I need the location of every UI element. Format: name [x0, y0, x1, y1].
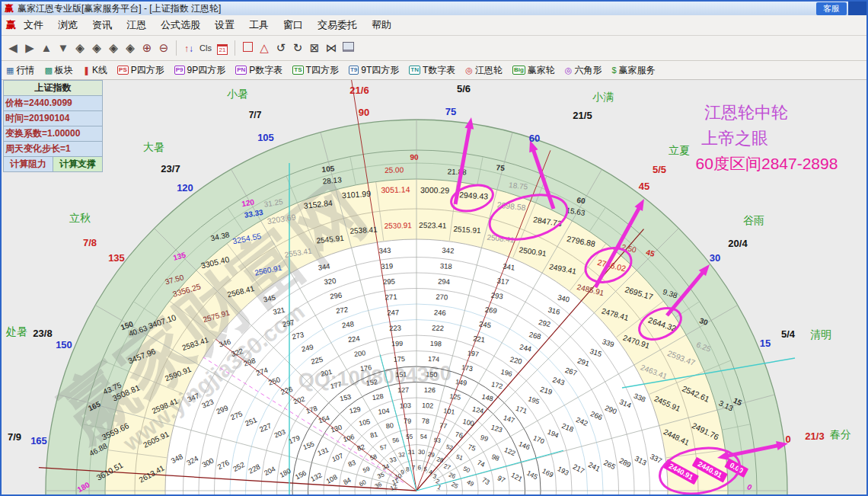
svg-text:21/6: 21/6	[349, 85, 369, 96]
diamond-down-icon[interactable]: ◈	[122, 38, 139, 58]
svg-text:21.88: 21.88	[447, 167, 467, 176]
svg-text:343: 343	[378, 246, 391, 255]
menu-item-7[interactable]: 窗口	[283, 18, 303, 32]
svg-text:224: 224	[347, 334, 360, 344]
zoom-out-icon[interactable]: ⊖	[155, 38, 172, 58]
svg-text:151: 151	[395, 370, 407, 379]
svg-text:3101.99: 3101.99	[342, 189, 372, 200]
svg-text:2523.41: 2523.41	[419, 221, 447, 230]
rotate-cw-icon[interactable]: ↻	[289, 38, 306, 58]
svg-text:谷雨: 谷雨	[743, 214, 764, 226]
tool-kline-icon: ❚	[83, 66, 90, 75]
svg-text:152: 152	[365, 378, 378, 387]
svg-text:5/4: 5/4	[781, 328, 796, 340]
svg-text:296: 296	[330, 291, 343, 301]
function-toolbar: ▦行情▩板块❚K线PSP四方形P99P四方形PNP数字表TST四方形T99T四方…	[2, 61, 866, 80]
diamond-right-icon[interactable]: ◈	[88, 38, 105, 58]
tool-hexagon-icon: ◎	[565, 66, 573, 75]
tool-hexagon-label: 六角形	[574, 64, 602, 77]
diamond-left-icon[interactable]: ◈	[72, 38, 88, 58]
svg-text:5/5: 5/5	[653, 164, 666, 175]
svg-text:60: 60	[529, 133, 540, 144]
coefficient-row: 变换系数=1.00000	[4, 126, 102, 142]
tool-sectors[interactable]: ▩板块	[44, 64, 72, 77]
menu-item-4[interactable]: 公式选股	[161, 18, 200, 32]
svg-text:102: 102	[422, 402, 433, 410]
menu-item-6[interactable]: 工具	[249, 18, 269, 32]
calendar-icon[interactable]: 21	[214, 38, 231, 58]
menu-item-5[interactable]: 设置	[215, 18, 235, 32]
svg-text:75: 75	[445, 106, 456, 117]
tool-winner-service[interactable]: $赢家服务	[611, 64, 655, 77]
cls-button[interactable]: Cls	[197, 38, 214, 58]
tool-9p-square[interactable]: P99P四方形	[174, 64, 225, 77]
svg-text:105: 105	[257, 132, 274, 143]
svg-text:197: 197	[467, 349, 479, 358]
menu-item-3[interactable]: 江恩	[126, 18, 146, 32]
svg-text:60: 60	[576, 196, 586, 206]
svg-text:248: 248	[341, 319, 354, 329]
nav-down-icon[interactable]: ▼	[55, 38, 72, 58]
svg-text:21/3: 21/3	[805, 430, 824, 442]
svg-text:79: 79	[404, 417, 411, 424]
triangle-tool-icon[interactable]: △	[256, 38, 273, 58]
screen-icon[interactable]	[340, 38, 356, 58]
window-title: 赢家江恩专业版[赢家服务平台] - [上证指数 江恩轮]	[18, 2, 221, 15]
svg-text:80: 80	[385, 421, 394, 430]
nav-right-icon[interactable]: ▶	[21, 38, 38, 58]
svg-text:21/5: 21/5	[573, 110, 592, 121]
menu-item-8[interactable]: 交易委托	[318, 18, 357, 32]
svg-text:76: 76	[455, 430, 464, 440]
svg-text:23/7: 23/7	[161, 163, 180, 174]
svg-text:3000.29: 3000.29	[420, 185, 449, 195]
menu-item-0[interactable]: 文件	[24, 18, 43, 32]
svg-text:25.00: 25.00	[385, 165, 404, 174]
svg-text:2515.91: 2515.91	[453, 225, 481, 235]
tool-kline[interactable]: ❚K线	[83, 64, 107, 77]
tool-9t-square[interactable]: T99T四方形	[349, 64, 399, 77]
svg-text:247: 247	[387, 308, 399, 317]
tool-gann-wheel[interactable]: ◎江恩轮	[465, 64, 503, 77]
nav-left-icon[interactable]: ◀	[5, 38, 21, 58]
tool-p-square[interactable]: PSP四方形	[117, 64, 164, 77]
customer-service-button[interactable]: 客服	[816, 2, 847, 15]
tool-p-table-label: P数字表	[249, 64, 282, 77]
svg-text:清明: 清明	[810, 328, 831, 341]
tool-t-table[interactable]: TNT数字表	[409, 64, 455, 77]
xbox-icon[interactable]: ⊠	[306, 38, 323, 58]
zoom-in-icon[interactable]: ⊕	[139, 38, 155, 58]
center-arrows-icon[interactable]: ⋈	[323, 38, 340, 58]
svg-text:3051.14: 3051.14	[381, 184, 410, 194]
menu-item-1[interactable]: 浏览	[58, 18, 78, 32]
square-tool-icon[interactable]	[239, 38, 256, 58]
tool-t-square-label: T四方形	[306, 64, 339, 77]
svg-text:45: 45	[639, 181, 649, 192]
svg-text:317: 317	[496, 277, 509, 286]
tool-t-square[interactable]: TST四方形	[292, 64, 339, 77]
app-logo-icon: 赢	[5, 2, 14, 15]
svg-text:150: 150	[426, 370, 437, 379]
menu-item-9[interactable]: 帮助	[372, 18, 391, 32]
svg-text:春分: 春分	[830, 428, 851, 440]
svg-text:126: 126	[424, 386, 436, 395]
tool-hexagon[interactable]: ◎六角形	[565, 64, 602, 77]
svg-text:293: 293	[490, 291, 503, 301]
menu-item-2[interactable]: 资讯	[92, 18, 112, 32]
calc-support-button[interactable]: 计算支撑	[53, 157, 102, 171]
svg-text:103: 103	[400, 402, 411, 410]
tool-quotes[interactable]: ▦行情	[6, 64, 34, 77]
tool-p-table[interactable]: PNP数字表	[235, 64, 282, 77]
svg-text:60度区间2847-2898: 60度区间2847-2898	[696, 155, 838, 172]
svg-text:20/4: 20/4	[728, 238, 748, 249]
diamond-up-icon[interactable]: ◈	[105, 38, 122, 58]
tool-winner-wheel[interactable]: Big赢家轮	[512, 64, 555, 77]
svg-text:55: 55	[406, 434, 413, 440]
svg-text:198: 198	[430, 340, 442, 348]
rotate-ccw-icon[interactable]: ↺	[273, 38, 289, 58]
tool-p-square-icon: PS	[117, 66, 129, 75]
nav-up-icon[interactable]: ▲	[38, 38, 55, 58]
calc-resistance-button[interactable]: 计算阻力	[4, 157, 53, 171]
svg-text:246: 246	[434, 308, 446, 317]
updown-arrows-icon[interactable]: ↑↓	[180, 38, 197, 59]
svg-text:342: 342	[442, 246, 454, 255]
